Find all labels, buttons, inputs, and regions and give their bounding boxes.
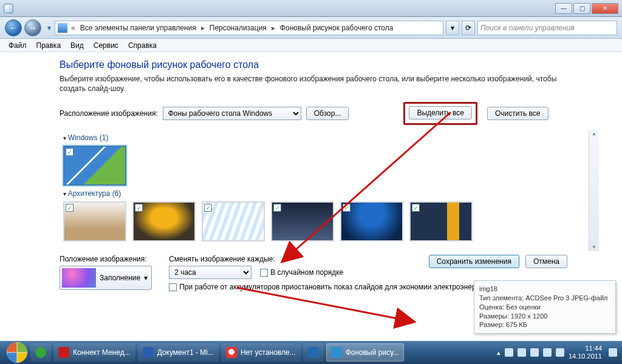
taskbar[interactable]: Коннект Менед... Документ1 - Mi... Нет у… <box>0 341 622 364</box>
page-title: Выберите фоновый рисунок рабочего стола <box>60 59 599 70</box>
maximize-button[interactable]: ▢ <box>573 3 590 14</box>
interval-combo[interactable]: 2 часа <box>169 266 251 279</box>
personalization-icon <box>331 347 342 358</box>
search-input[interactable]: Поиск в панели управления <box>477 21 617 35</box>
browse-button[interactable]: Обзор... <box>306 107 349 120</box>
thumb-checkbox-icon[interactable]: ✓ <box>204 204 212 212</box>
location-label: Расположение изображения: <box>60 109 158 118</box>
start-button[interactable] <box>5 341 29 364</box>
category-header[interactable]: Архитектура (6) <box>63 189 595 198</box>
tray-icon[interactable] <box>530 348 539 357</box>
taskbar-item[interactable] <box>303 343 324 362</box>
breadcrumb-sep-icon: ▸ <box>270 24 276 32</box>
menu-file[interactable]: Файл <box>4 40 32 51</box>
thumb-checkbox-icon[interactable]: ✓ <box>66 204 73 212</box>
location-combo[interactable]: Фоны рабочего стола Windows <box>163 107 301 120</box>
wallpaper-thumb[interactable]: ✓ <box>202 201 265 241</box>
tooltip-line: Оценка: Без оценки <box>479 303 610 312</box>
battery-label: При работе от аккумуляторов приостановит… <box>179 283 487 291</box>
tray-icon[interactable] <box>543 348 552 357</box>
app-icon <box>58 347 69 358</box>
time: 11:44 <box>569 345 602 352</box>
tray-show-hidden-icon[interactable]: ▴ <box>497 349 501 357</box>
footer-buttons: Сохранить изменения Отмена <box>429 255 567 268</box>
position-value: Заполнение <box>100 274 140 282</box>
utorrent-icon <box>35 347 46 358</box>
wallpaper-thumb[interactable]: ✓ <box>132 201 196 241</box>
navigation-bar: ← → ▾ « Все элементы панели управления ▸… <box>0 17 622 39</box>
tray-lang-icon[interactable] <box>609 348 617 357</box>
breadcrumb-sep-icon: ▸ <box>200 24 206 32</box>
position-preview-icon <box>62 268 96 288</box>
back-button[interactable]: ← <box>5 19 22 36</box>
taskbar-label: Коннект Менед... <box>73 348 131 357</box>
location-row: Расположение изображения: Фоны рабочего … <box>60 102 599 125</box>
category-header[interactable]: Windows (1) <box>63 133 595 142</box>
thumb-checkbox-icon[interactable]: ✓ <box>412 204 420 212</box>
tray-icon[interactable] <box>518 348 526 357</box>
position-group: Положение изображения: Заполнение ▾ <box>60 255 152 290</box>
search-placeholder: Поиск в панели управления <box>480 24 575 32</box>
gallery-scrollbar[interactable] <box>589 130 599 251</box>
thumb-checkbox-icon[interactable]: ✓ <box>135 204 143 212</box>
wallpaper-thumb[interactable]: ✓ <box>340 201 403 241</box>
page-intro: Выберите изображение, чтобы использовать… <box>60 74 558 93</box>
tooltip-line: Размеры: 1920 x 1200 <box>479 312 610 321</box>
breadcrumb-item[interactable]: Фоновый рисунок рабочего стола <box>276 24 397 32</box>
shuffle-checkbox[interactable]: В случайном порядке <box>260 268 343 277</box>
shuffle-label: В случайном порядке <box>270 268 343 277</box>
refresh-button[interactable]: ⟳ <box>462 21 475 35</box>
menu-view[interactable]: Вид <box>66 40 89 51</box>
tray-icon[interactable] <box>505 348 513 357</box>
thumb-checkbox-icon[interactable]: ✓ <box>273 204 281 212</box>
tooltip-line: Размер: 675 КБ <box>479 320 610 329</box>
position-label: Положение изображения: <box>60 255 152 263</box>
word-icon <box>143 347 154 358</box>
tooltip-line: Тип элемента: ACDSee Pro 3 JPEG-файл <box>479 294 610 303</box>
content-pane: Выберите фоновый рисунок рабочего стола … <box>0 52 622 296</box>
annotation-highlight: Выделить все <box>403 102 477 125</box>
address-bar[interactable]: « Все элементы панели управления ▸ Персо… <box>55 21 443 35</box>
taskbar-item[interactable] <box>30 343 51 362</box>
opera-icon <box>226 347 237 358</box>
breadcrumb-item[interactable]: Персонализация <box>206 24 270 32</box>
taskbar-item-active[interactable]: Фоновый рису... <box>326 343 404 362</box>
tray-volume-icon[interactable] <box>556 348 564 357</box>
taskbar-item[interactable]: Коннект Менед... <box>53 343 135 362</box>
wallpaper-gallery[interactable]: Windows (1) ✓ Архитектура (6) ✓ ✓ ✓ ✓ ✓ … <box>60 130 599 251</box>
thumb-checkbox-icon[interactable]: ✓ <box>66 148 73 156</box>
taskbar-item[interactable]: Документ1 - Mi... <box>138 343 219 362</box>
thumbnail-tooltip: img18 Тип элемента: ACDSee Pro 3 JPEG-фа… <box>474 280 616 334</box>
system-tray[interactable]: ▴ 11:44 14.10.2011 <box>497 345 617 360</box>
wallpaper-thumb[interactable]: ✓ <box>63 201 126 241</box>
tooltip-line: img18 <box>479 285 610 294</box>
battery-checkbox[interactable]: При работе от аккумуляторов приостановит… <box>169 283 487 291</box>
taskbar-item[interactable]: Нет установле... <box>221 343 301 362</box>
taskbar-label: Документ1 - Mi... <box>157 348 214 357</box>
save-button[interactable]: Сохранить изменения <box>429 255 519 268</box>
date: 14.10.2011 <box>569 352 602 360</box>
clear-all-button[interactable]: Очистить все <box>487 107 548 120</box>
wallpaper-thumb[interactable]: ✓ <box>63 146 126 186</box>
menu-tools[interactable]: Сервис <box>89 40 123 51</box>
close-button[interactable]: ✕ <box>592 3 618 14</box>
menu-edit[interactable]: Правка <box>32 40 66 51</box>
window-icon <box>4 4 13 13</box>
wallpaper-thumb[interactable]: ✓ <box>271 201 334 241</box>
select-all-button[interactable]: Выделить все <box>409 106 472 120</box>
cancel-button[interactable]: Отмена <box>525 255 567 268</box>
minimize-button[interactable]: — <box>555 3 572 14</box>
forward-button[interactable]: → <box>24 19 41 36</box>
wallpaper-thumb[interactable]: ✓ <box>409 201 473 241</box>
menu-bar: Файл Правка Вид Сервис Справка <box>0 39 622 52</box>
breadcrumb-item[interactable]: Все элементы панели управления <box>77 24 200 32</box>
position-combo[interactable]: Заполнение ▾ <box>60 266 152 290</box>
nav-history-dropdown[interactable]: ▾ <box>44 21 55 35</box>
thumb-checkbox-icon[interactable]: ✓ <box>343 204 350 212</box>
address-dropdown[interactable]: ▾ <box>446 21 459 35</box>
control-panel-icon <box>58 23 67 33</box>
window-titlebar: — ▢ ✕ <box>0 0 622 17</box>
chevron-down-icon: ▾ <box>144 274 148 282</box>
menu-help[interactable]: Справка <box>123 40 162 51</box>
clock[interactable]: 11:44 14.10.2011 <box>569 345 604 360</box>
